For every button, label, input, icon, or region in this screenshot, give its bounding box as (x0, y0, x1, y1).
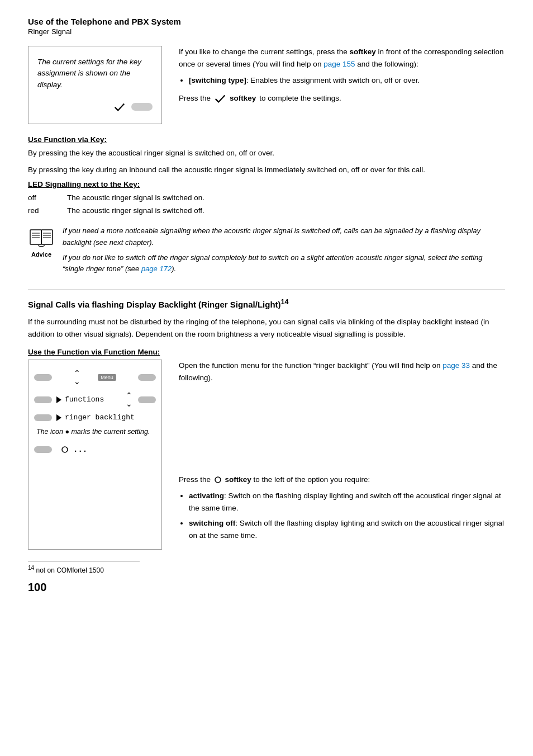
softkey-left-circle (34, 446, 52, 453)
triangle-functions (56, 396, 61, 403)
circle-icon (61, 446, 69, 453)
arrow-down: ⌄ (74, 377, 80, 385)
advice-para2: If you do not like to switch off the rin… (63, 252, 505, 276)
softkey-button-display (131, 103, 153, 111)
menu-functions-row: functions ⌃ ⌄ (28, 389, 161, 410)
illustration-text: The current settings for the key assignm… (37, 56, 153, 91)
func-menu-heading: Use the Function via Function Menu: (28, 348, 505, 356)
circle-softkey-icon (214, 476, 222, 484)
illustration-box: The current settings for the key assignm… (28, 46, 162, 124)
svg-rect-1 (41, 230, 53, 244)
menu-open-text: Open the function menu for the function … (179, 360, 505, 384)
led-desc-off: The acoustic ringer signal is switched o… (67, 192, 204, 205)
bullet-switching-off: switching off: Switch off the flashing d… (189, 517, 505, 541)
advice-icon-container: Advice (28, 226, 55, 258)
page-title: Use of the Telephone and PBX System (28, 17, 505, 26)
led-row-off: off The acoustic ringer signal is switch… (28, 192, 505, 205)
softkey-left-functions (34, 396, 52, 403)
section2-right-col: Open the function menu for the function … (179, 360, 505, 545)
softkey-complete-line: Press the softkey to complete the settin… (179, 92, 505, 105)
menu-top-row: ⌃ ⌄ Menu (28, 366, 161, 389)
led-key-off: off (28, 192, 50, 205)
use-function-heading: Use Function via Key: (28, 135, 505, 144)
footnote-divider (28, 561, 140, 561)
arrow-up: ⌃ (74, 369, 80, 377)
advice-box: Advice If you need a more noticeable sig… (28, 225, 505, 278)
section1-para1: If you like to change the current settin… (179, 46, 505, 70)
page-header: Use of the Telephone and PBX System Ring… (28, 17, 505, 36)
led-desc-red: The acoustic ringer signal is switched o… (67, 205, 204, 218)
checkmark-softkey-icon (214, 92, 226, 105)
section2: Signal Calls via flashing Display Backli… (28, 298, 505, 550)
page172-link[interactable]: page 172 (141, 264, 172, 273)
svg-point-9 (62, 447, 68, 452)
section-divider (28, 290, 505, 290)
func-menu-box: ⌃ ⌄ Menu functions ⌃ ⌄ (28, 360, 162, 550)
advice-text: If you need a more noticeable signalling… (63, 225, 505, 278)
section1-bullets: [switching type]: Enables the assignment… (189, 74, 505, 87)
use-function-section: Use Function via Key: By pressing the ke… (28, 135, 505, 176)
arrows-right-functions: ⌃ ⌄ (126, 391, 132, 408)
footnote-area: 14 not on COMfortel 1500 (28, 561, 505, 574)
menu-italic: The icon ● marks the current setting. (28, 424, 161, 440)
bullet-activating: activating: Switch on the flashing displ… (189, 490, 505, 514)
led-row-red: red The acoustic ringer signal is switch… (28, 205, 505, 218)
menu-tag: Menu (98, 374, 116, 381)
section2-bullets: activating: Switch on the flashing displ… (189, 490, 505, 541)
advice-icon (28, 226, 55, 250)
section1-right-text: If you like to change the current settin… (179, 46, 505, 105)
menu-circle-row: ... (28, 440, 161, 457)
page-subtitle: Ringer Signal (28, 27, 505, 36)
section2-heading: Signal Calls via flashing Display Backli… (28, 298, 505, 309)
triangle-ringer (56, 414, 61, 421)
softkey-right-functions (138, 396, 156, 403)
center-arrows-top: ⌃ ⌄ (74, 369, 80, 385)
checkmark-icon (113, 101, 126, 113)
svg-rect-0 (30, 230, 41, 244)
softkey-right-top (138, 374, 156, 381)
advice-para1: If you need a more noticeable signalling… (63, 225, 505, 249)
svg-point-10 (215, 477, 221, 483)
menu-dots: ... (73, 445, 87, 454)
menu-ringer-text: ringer backlight (65, 413, 135, 422)
use-function-para1: By pressing the key the acoustical ringe… (28, 147, 505, 159)
softkey-left-ringer (34, 414, 52, 421)
bullet-switching-type: [switching type]: Enables the assignment… (189, 74, 505, 87)
led-section: LED Signalling next to the Key: off The … (28, 180, 505, 218)
section1-illustration: The current settings for the key assignm… (28, 46, 505, 124)
page155-link[interactable]: page 155 (323, 60, 355, 68)
func-menu-section: ⌃ ⌄ Menu functions ⌃ ⌄ (28, 360, 505, 550)
led-table: off The acoustic ringer signal is switch… (28, 192, 505, 218)
section2-para: If the surrounding must not be disturbed… (28, 316, 505, 340)
softkey-left-top (34, 374, 52, 381)
page33-link[interactable]: page 33 (442, 361, 470, 370)
menu-functions-text: functions (65, 395, 104, 404)
led-heading: LED Signalling next to the Key: (28, 180, 505, 188)
led-key-red: red (28, 205, 50, 218)
menu-ringer-row: ringer backlight (28, 410, 161, 424)
advice-label: Advice (31, 251, 51, 258)
footnote-text: 14 not on COMfortel 1500 (28, 565, 505, 574)
softkey-press-text: Press the softkey to the left of the opt… (179, 474, 505, 486)
use-function-para2: By pressing the key during an inbound ca… (28, 164, 505, 176)
page-number: 100 (28, 581, 505, 594)
illustration-footer (37, 101, 153, 113)
